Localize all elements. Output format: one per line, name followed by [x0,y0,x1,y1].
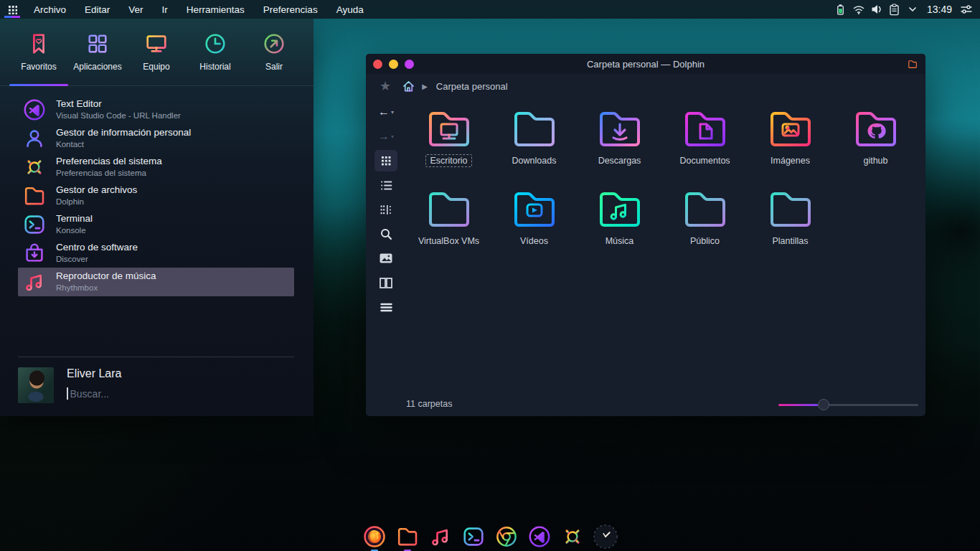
grid-view-button[interactable] [374,150,397,171]
volume-icon[interactable] [870,3,883,16]
favorite-text-editor[interactable]: Text EditorVisual Studio Code - URL Hand… [18,95,294,124]
search-placeholder: Buscar... [70,388,109,400]
menu-archivo[interactable]: Archivo [24,0,75,19]
avatar[interactable] [18,367,54,403]
gear-icon [22,155,47,179]
breadcrumb-location[interactable]: Carpeta personal [436,81,508,92]
favorite-rhythmbox[interactable]: Reproductor de músicaRhythmbox [18,268,294,296]
folder-icon [420,186,479,233]
tab-equipo[interactable]: Equipo [127,27,186,72]
favorite-discover[interactable]: Centro de softwareDiscover [18,239,294,268]
folder-descargas[interactable]: Descargas [577,105,662,167]
menu-ir[interactable]: Ir [153,0,177,19]
menu-editar[interactable]: Editar [75,0,119,19]
dock-file-manager[interactable] [394,523,421,550]
search-icon [380,228,392,240]
folder-plantillas[interactable]: Plantillas [748,186,833,248]
preview-image-icon [380,253,392,263]
tab-salir[interactable]: Salir [245,27,303,72]
split-view-button[interactable] [374,272,397,293]
gear-icon [560,524,585,549]
vscode-icon [527,524,552,549]
dock-rhythmbox[interactable] [427,523,454,550]
clipboard-icon[interactable] [888,3,901,16]
view-toolbar: ←▾ →▾ [372,101,400,321]
folder-downloads[interactable]: Downloads [491,105,577,167]
menu-ver[interactable]: Ver [119,0,152,19]
menu-preferencias[interactable]: Preferencias [254,0,327,19]
dock-vscode[interactable] [526,523,553,550]
zoom-slider[interactable] [778,404,918,406]
folder-github[interactable]: github [833,105,918,167]
dock [361,522,619,551]
home-icon[interactable] [402,80,415,93]
analog-clock-icon [592,523,619,550]
preview-button[interactable] [374,248,397,269]
close-button[interactable] [373,60,382,69]
back-button[interactable]: ←▾ [374,101,397,123]
zoom-slider-fill [778,404,818,406]
folder-icon [761,186,820,233]
dolphin-window: Carpeta personal — Dolphin ★ ▶ Carpeta p… [366,54,925,416]
clock[interactable]: 13:49 [924,4,955,15]
bookmark-star-icon[interactable]: ★ [366,80,391,93]
list-view-button[interactable] [374,174,397,196]
maximize-button[interactable] [405,60,414,69]
forward-button[interactable]: →▾ [374,126,397,147]
folder-icon [761,105,820,153]
menu-button[interactable] [374,296,397,318]
titlebar[interactable]: Carpeta personal — Dolphin [366,54,925,74]
minimize-button[interactable] [389,60,398,69]
folder-virtualbox-vms[interactable]: VirtualBox VMs [406,186,491,248]
tab-historial[interactable]: Historial [186,27,245,72]
menu-ayuda[interactable]: Ayuda [327,0,373,19]
folder-publico[interactable]: Público [662,186,748,248]
dock-konsole[interactable] [460,523,487,550]
folder-videos[interactable]: Vídeos [491,186,577,248]
tab-favoritos[interactable]: Favoritos [9,27,68,72]
compact-view-icon [380,204,392,215]
folder-icon [22,184,47,208]
wifi-icon[interactable] [852,3,865,16]
divider [18,357,294,357]
folder-imagenes[interactable]: Imágenes [748,105,833,167]
favorite-dolphin[interactable]: Gestor de archivosDolphin [18,182,294,210]
application-launcher-panel: Favoritos Aplicaciones Equipo Historial … [0,19,314,416]
launcher-tabs: Favoritos Aplicaciones Equipo Historial … [9,27,303,72]
folder-icon [847,105,905,153]
favorite-system-settings[interactable]: Preferencias del sistemaPreferencias del… [18,153,294,182]
dock-clock-widget[interactable] [592,523,619,550]
tweaks-icon[interactable] [960,3,973,16]
folder-documentos[interactable]: Documentos [662,105,748,167]
zoom-slider-handle[interactable] [818,399,829,410]
dock-settings[interactable] [559,523,586,550]
dock-chromium[interactable] [493,523,520,550]
compact-view-button[interactable] [374,199,397,220]
folder-icon [590,186,649,233]
favorite-konsole[interactable]: TerminalKonsole [18,210,294,239]
folder-escritorio[interactable]: Escritorio [406,105,491,167]
chromium-icon [494,524,519,549]
app-launcher-button[interactable] [0,0,24,19]
chevron-down-icon[interactable] [906,3,919,16]
folder-icon [505,186,564,233]
monitor-icon [144,32,169,56]
search-button[interactable] [374,223,397,245]
exit-arrow-icon [262,32,286,56]
folder-icon [395,524,420,549]
app-grid-icon [85,32,110,56]
favorite-kontact[interactable]: Gestor de información personalKontact [18,124,294,153]
battery-icon[interactable] [834,3,847,16]
breadcrumb-bar: ★ ▶ Carpeta personal [366,74,925,98]
app-grid-icon [8,5,17,14]
vscode-icon [22,98,47,122]
folder-icon [505,105,564,153]
tab-aplicaciones[interactable]: Aplicaciones [68,27,127,72]
dock-firefox[interactable] [361,523,388,550]
search-input[interactable]: Buscar... [67,387,109,400]
hamburger-menu-icon [380,303,392,312]
global-menubar: Archivo Editar Ver Ir Herramientas Prefe… [0,0,980,19]
music-note-icon [428,524,453,549]
folder-musica[interactable]: Música [577,186,662,248]
menu-herramientas[interactable]: Herramientas [177,0,254,19]
